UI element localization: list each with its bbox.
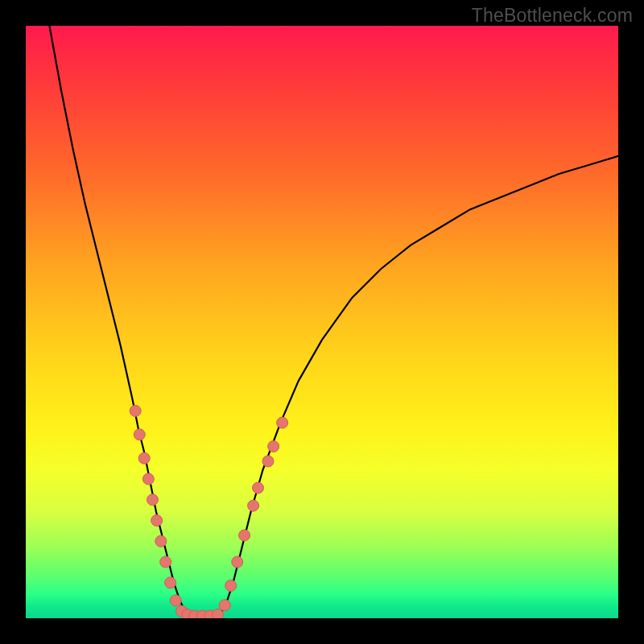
plot-area	[26, 26, 618, 618]
data-dot	[248, 500, 259, 511]
watermark-text: TheBottleneck.com	[472, 5, 633, 27]
data-dot	[262, 456, 274, 467]
dot-cluster-bottom	[182, 609, 224, 618]
data-dot	[219, 600, 230, 611]
data-dot	[160, 556, 171, 568]
data-dot	[225, 580, 237, 592]
data-dot	[134, 429, 145, 440]
curve-right-branch	[221, 156, 618, 613]
data-dot	[155, 535, 167, 547]
data-dot	[138, 452, 150, 464]
data-dot	[147, 494, 159, 506]
dot-cluster-right	[219, 417, 287, 611]
data-dot	[170, 595, 181, 606]
data-dot	[232, 556, 243, 568]
dot-cluster-left	[130, 405, 187, 617]
data-dot	[277, 417, 288, 428]
outer-frame: TheBottleneck.com	[0, 0, 644, 644]
data-dot	[151, 515, 163, 526]
data-dot	[130, 405, 141, 416]
data-dot	[142, 473, 154, 485]
data-dot	[165, 577, 176, 588]
data-dot	[253, 482, 264, 493]
chart-svg	[26, 26, 618, 618]
data-dot	[212, 609, 223, 618]
data-dot	[268, 441, 279, 452]
curve-left-branch	[49, 26, 185, 613]
data-dot	[239, 530, 250, 541]
